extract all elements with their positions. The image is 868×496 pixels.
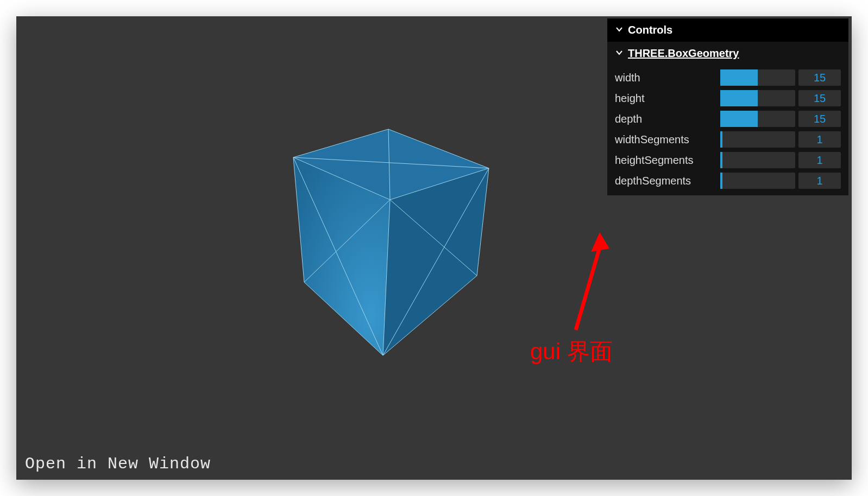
control-row-depth: depth15 <box>612 109 844 129</box>
value-heightSegments[interactable]: 1 <box>798 152 841 168</box>
subfolder-title-text: THREE.BoxGeometry <box>628 47 739 60</box>
slider-height[interactable] <box>720 90 795 106</box>
slider-depthSegments[interactable] <box>720 173 795 189</box>
svg-line-10 <box>576 247 600 330</box>
slider-widthSegments[interactable] <box>720 131 795 148</box>
control-row-depthSegments: depthSegments1 <box>612 170 844 191</box>
value-depth[interactable]: 15 <box>798 111 841 127</box>
slider-depth[interactable] <box>720 111 795 127</box>
control-row-heightSegments: heightSegments1 <box>612 150 844 170</box>
value-height[interactable]: 15 <box>798 90 841 106</box>
folder-controls[interactable]: Controls <box>607 18 848 42</box>
annotation-arrow <box>565 232 614 335</box>
value-widthSegments[interactable]: 1 <box>798 131 841 148</box>
gui-panel: Controls THREE.BoxGeometry width15height… <box>607 18 848 195</box>
control-label: heightSegments <box>615 154 717 167</box>
control-row-height: height15 <box>612 88 844 109</box>
annotation-label: gui 界面 <box>530 336 613 367</box>
slider-heightSegments[interactable] <box>720 152 795 168</box>
chevron-down-icon <box>615 24 624 36</box>
control-label: depthSegments <box>615 175 717 187</box>
chevron-down-icon <box>615 47 624 60</box>
control-label: widthSegments <box>615 133 717 146</box>
three-scene[interactable]: gui 界面 Open in New Window Controls THREE… <box>16 16 852 480</box>
control-row-width: width15 <box>612 67 844 88</box>
slider-width[interactable] <box>720 69 795 86</box>
value-depthSegments[interactable]: 1 <box>798 173 841 189</box>
open-new-window-link[interactable]: Open in New Window <box>25 455 211 473</box>
subfolder-boxgeometry[interactable]: THREE.BoxGeometry <box>607 42 848 65</box>
value-width[interactable]: 15 <box>798 69 841 86</box>
control-row-widthSegments: widthSegments1 <box>612 129 844 150</box>
control-label: height <box>615 92 717 105</box>
folder-title-text: Controls <box>628 24 672 36</box>
control-label: width <box>615 72 717 84</box>
control-label: depth <box>615 113 717 125</box>
svg-marker-11 <box>591 232 609 252</box>
